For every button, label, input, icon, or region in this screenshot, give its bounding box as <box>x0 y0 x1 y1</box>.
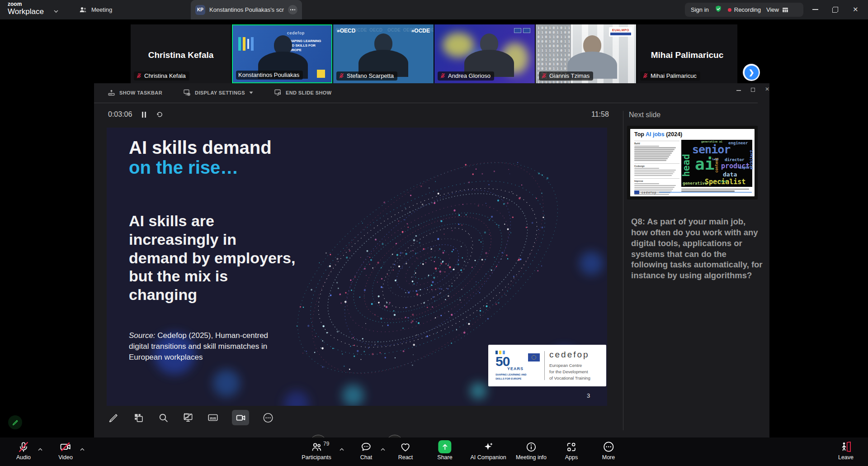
video-tile-christina-kefala[interactable]: Christina Kefala Christina Kefala <box>131 24 231 83</box>
next-slide-heading: Next slide <box>629 111 660 119</box>
slides-gallery-button[interactable] <box>132 412 144 423</box>
view-button[interactable]: View <box>766 6 789 14</box>
audio-button[interactable]: Audio <box>16 441 31 461</box>
view-label: View <box>766 6 779 13</box>
participants-icon <box>311 441 322 453</box>
thumbnail-cedefop-strip: cedefop <box>634 190 752 194</box>
chat-options-chevron[interactable] <box>381 445 386 453</box>
leave-button[interactable]: Leave <box>838 441 854 461</box>
end-slide-show-button[interactable]: END SLIDE SHOW <box>274 89 332 96</box>
video-tile-konstantinos-pouliakas-active-speaker[interactable]: cedefop SHAPING LEARNINGAND SKILLS FOR E… <box>232 24 332 83</box>
apps-button[interactable]: Apps <box>565 441 578 461</box>
workspace-chevron-down-icon[interactable] <box>53 7 59 15</box>
presenter-toolbar: SHOW TASKBAR DISPLAY SETTINGS END SLIDE … <box>108 89 332 96</box>
participant-name-label: Andrea Glorioso <box>438 71 494 81</box>
video-overlay-button-active[interactable] <box>232 410 249 425</box>
annotation-pencil-button[interactable] <box>8 415 22 429</box>
participants-button[interactable]: 79 Participants <box>302 441 331 461</box>
participant-name-label: Konstantinos Pouliakas <box>236 71 303 80</box>
show-taskbar-button[interactable]: SHOW TASKBAR <box>108 89 162 96</box>
sparkle-icon <box>482 441 494 453</box>
chat-button[interactable]: Chat <box>360 441 372 461</box>
video-tile-andrea-glorioso[interactable]: Andrea Glorioso <box>434 24 535 83</box>
video-options-chevron[interactable] <box>80 445 85 453</box>
ocde-logo: »OCDE <box>411 28 430 34</box>
participants-options-chevron[interactable] <box>340 445 344 453</box>
recording-dot-icon <box>728 8 731 12</box>
slide-title: AI skills demand on the rise… <box>129 138 272 177</box>
share-button[interactable]: Share <box>437 441 452 461</box>
participant-name-label: Stefano Scarpetta <box>336 71 397 81</box>
window-restore-button[interactable] <box>833 7 838 12</box>
captions-button[interactable] <box>207 412 219 423</box>
eu-flags-backdrop <box>514 28 530 33</box>
muted-mic-icon <box>136 73 142 79</box>
participant-name-label: Christina Kefala <box>134 71 189 81</box>
security-shield-icon[interactable] <box>714 5 722 15</box>
window-close-button[interactable]: ✕ <box>853 5 859 14</box>
ai-companion-button[interactable]: AI Companion <box>470 441 506 461</box>
video-tile-giannis-tzimas[interactable]: 1 0 0 1 0 1 0 1 1 1 1 0 0 0 1 1 0 0 0 1 … <box>536 24 636 83</box>
react-button[interactable]: React <box>398 441 413 461</box>
annotate-pen-button[interactable] <box>108 412 119 423</box>
share-screen-portion-button[interactable] <box>182 412 194 423</box>
clock: 11:58 <box>591 110 609 119</box>
video-gallery-strip: Christina Kefala Christina Kefala cedefo… <box>0 19 868 83</box>
title-bar: zoom Workplace Meeting KP Konstantinos P… <box>0 0 868 19</box>
video-button[interactable]: Video <box>58 441 73 461</box>
tab-meeting[interactable]: Meeting <box>74 0 117 19</box>
meeting-info-button[interactable]: Meeting info <box>516 441 547 461</box>
video-tile-stefano-scarpetta[interactable]: OECD OCDE OECD OCDE OECD OCDE OECD OCDE … <box>333 24 434 83</box>
restart-timer-icon[interactable] <box>156 111 163 118</box>
next-slide-thumbnail[interactable]: Top AI jobs (2024) BuildCodesignImprove … <box>627 126 758 200</box>
participant-silhouette <box>464 33 514 77</box>
presenter-restore-button[interactable] <box>751 88 755 92</box>
slide-body-text: AI skills are increasingly in demand by … <box>129 212 295 304</box>
participant-silhouette <box>359 33 408 77</box>
logo-workplace: Workplace <box>8 8 44 15</box>
video-tile-mihai-palimaricuc[interactable]: Mihai Palimaricuc Mihai Palimaricuc <box>637 24 737 83</box>
muted-mic-icon <box>440 73 446 79</box>
muted-mic-icon <box>339 73 344 79</box>
meeting-control-bar: Audio Video 79 Participants Chat <box>0 437 868 466</box>
more-tools-button[interactable] <box>262 412 274 423</box>
participants-count-badge: 79 <box>323 441 329 447</box>
toolbar-divider <box>94 103 758 103</box>
eu-flag-icon <box>528 353 540 361</box>
window-minimize-button[interactable] <box>812 9 818 10</box>
zoom-magnifier-button[interactable] <box>157 412 169 423</box>
thumbnail-job-table: BuildCodesignImprove <box>634 141 679 196</box>
pencil-icon <box>12 419 19 426</box>
tab-shared-screen[interactable]: KP Konstantinos Pouliakas's screen <box>191 0 302 19</box>
muted-mic-icon <box>642 73 648 79</box>
presentation-timer: 0:03:06 <box>108 110 163 119</box>
cedefop-wordmark: cedefop <box>549 350 606 360</box>
tab-more-icon[interactable] <box>288 5 297 14</box>
titlebar-status-group: Sign in Recording View <box>685 3 803 17</box>
gallery-next-page-button[interactable]: ❯ <box>743 64 760 81</box>
more-ellipsis-icon <box>602 441 614 453</box>
audio-options-chevron[interactable] <box>38 445 43 453</box>
slide-source-citation: Source: Cedefop (2025), Human-centred di… <box>129 330 283 362</box>
sign-in-button[interactable]: Sign in <box>691 6 709 13</box>
annotation-toolbar <box>108 410 274 425</box>
view-grid-icon <box>782 6 789 14</box>
more-button[interactable]: More <box>602 441 615 461</box>
display-settings-button[interactable]: DISPLAY SETTINGS <box>183 89 253 96</box>
shared-screen-presenter-window: ✕ SHOW TASKBAR DISPLAY SETTINGS END SLID… <box>94 83 769 437</box>
recording-indicator[interactable]: Recording <box>728 6 761 13</box>
leave-door-icon <box>840 441 852 453</box>
presenter-close-button[interactable]: ✕ <box>765 86 769 92</box>
slide-page-number: 3 <box>587 392 590 399</box>
share-screen-icon <box>438 440 451 453</box>
heart-icon <box>400 441 411 453</box>
eu-almpo-logo: EUALMPO <box>609 27 632 37</box>
participant-name-label: Mihai Palimaricuc <box>640 71 700 81</box>
avatar: KP <box>195 5 205 15</box>
pause-timer-icon[interactable] <box>142 112 146 118</box>
end-slide-show-icon <box>274 89 282 96</box>
muted-camera-icon <box>60 441 72 453</box>
chevron-right-icon: ❯ <box>745 66 759 80</box>
next-slide-question-text: Q8: As part of your main job, how often … <box>631 216 763 281</box>
presenter-minimize-button[interactable] <box>736 90 741 91</box>
